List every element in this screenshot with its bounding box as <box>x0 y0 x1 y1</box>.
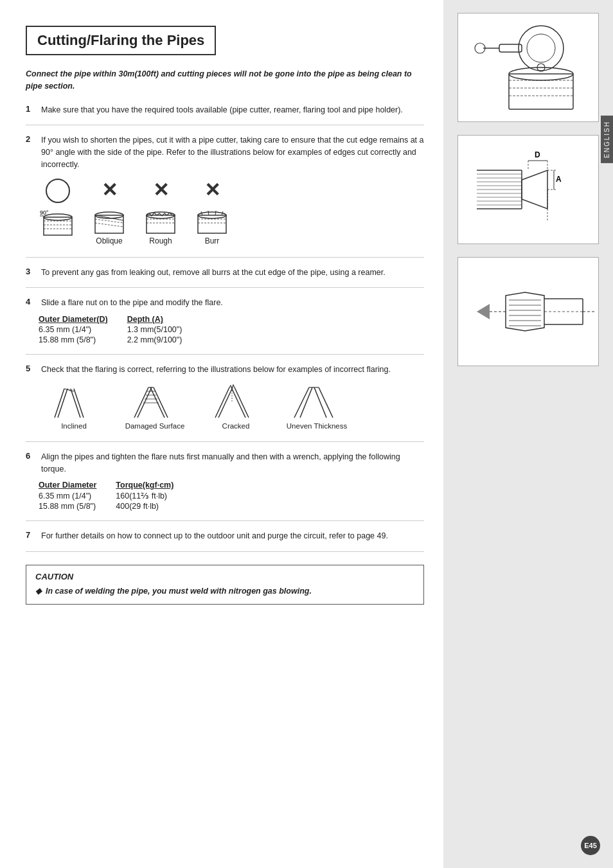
caution-text: ◆In case of welding the pipe, you must w… <box>35 585 414 598</box>
torque-row2-col2: 400(29 ft·lb) <box>116 501 193 511</box>
flaring-row2-col1: 15.88 mm (5/8") <box>39 335 127 345</box>
cut-rough: ✕ Rough <box>141 179 180 245</box>
svg-line-39 <box>215 387 229 418</box>
diagram-flare-assembly <box>458 257 599 366</box>
torque-row2-col1: 15.88 mm (5/8") <box>39 501 116 511</box>
measurement-svg: D A <box>464 138 592 241</box>
step-4-text: Slide a flare nut on to the pipe and mod… <box>41 297 424 309</box>
cut-correct: 90° <box>39 179 77 238</box>
correct-circle-icon <box>46 179 70 203</box>
main-content: Cutting/Flaring the Pipes Connect the pi… <box>0 0 443 868</box>
flare-uneven: Uneven Thickness <box>281 382 352 430</box>
step-1: 1 Make sure that you have the required t… <box>26 104 424 126</box>
burr-x-icon: ✕ <box>204 179 220 201</box>
page-title: Cutting/Flaring the Pipes <box>26 26 216 55</box>
torque-row1-col1: 6.35 mm (1/4") <box>39 490 116 501</box>
svg-line-42 <box>235 387 249 418</box>
flaring-row1-col2: 1.3 mm(5/100") <box>127 324 202 335</box>
svg-line-18 <box>208 211 209 215</box>
rough-pipe-svg <box>141 201 180 236</box>
flare-inclined: Inclined <box>39 382 109 430</box>
step-6-text: Align the pipes and tighten the flare nu… <box>41 451 424 475</box>
uneven-label: Uneven Thickness <box>287 422 347 430</box>
cracked-svg <box>210 382 262 422</box>
cut-burr: ✕ Burr <box>193 179 231 245</box>
pipe-cutter-svg <box>464 16 592 119</box>
svg-marker-82 <box>477 304 490 319</box>
burr-label: Burr <box>205 236 220 245</box>
svg-line-32 <box>150 387 164 418</box>
flaring-table: Outer Diameter(D) Depth (A) 6.35 mm (1/4… <box>39 314 424 345</box>
flare-illustrations: Inclined Damaged Surface <box>39 382 424 430</box>
svg-text:D: D <box>535 150 540 159</box>
step-3-text: To prevent any gas from leaking out, rem… <box>41 267 424 279</box>
step-6-number: 6 <box>26 451 35 461</box>
cut-oblique: ✕ Oblique <box>90 179 129 245</box>
page-number: E45 <box>581 836 600 855</box>
svg-marker-72 <box>522 170 547 209</box>
step-6: 6 Align the pipes and tighten the flare … <box>26 451 424 522</box>
torque-row1-col2: 160(11⅔ ft·lb) <box>116 490 193 501</box>
oblique-x-icon: ✕ <box>102 179 118 201</box>
flaring-row2-col2: 2.2 mm(9/100") <box>127 335 202 345</box>
svg-rect-55 <box>509 74 573 109</box>
flare-assembly-svg <box>461 260 596 363</box>
svg-line-30 <box>134 387 148 418</box>
flare-damaged: Damaged Surface <box>120 382 190 430</box>
rough-x-icon: ✕ <box>153 179 169 201</box>
svg-line-10 <box>95 223 123 227</box>
step-4: 4 Slide a flare nut on to the pipe and m… <box>26 297 424 355</box>
svg-text:A: A <box>556 175 562 184</box>
flaring-row1-col1: 6.35 mm (1/4") <box>39 324 127 335</box>
inclined-svg <box>48 382 100 422</box>
damaged-label: Damaged Surface <box>125 422 185 430</box>
right-sidebar: D A <box>443 0 613 868</box>
flaring-col2-header: Depth (A) <box>127 314 202 324</box>
svg-line-31 <box>138 387 152 418</box>
torque-table: Outer Diameter Torque(kgf·cm) 6.35 mm (1… <box>39 480 424 511</box>
step-1-text: Make sure that you have the required too… <box>41 104 424 116</box>
rough-label: Rough <box>149 236 172 245</box>
step-1-number: 1 <box>26 104 35 114</box>
step-3: 3 To prevent any gas from leaking out, r… <box>26 267 424 288</box>
cut-illustrations: 90° ✕ <box>39 179 424 245</box>
flaring-col1-header: Outer Diameter(D) <box>39 314 127 324</box>
step-4-number: 4 <box>26 297 35 306</box>
svg-marker-84 <box>506 292 544 331</box>
svg-point-50 <box>527 34 555 62</box>
oblique-label: Oblique <box>96 236 122 245</box>
step-7-number: 7 <box>26 530 35 540</box>
oblique-pipe-svg <box>90 201 129 236</box>
step-5-text: Check that the flaring is correct, refer… <box>41 364 424 376</box>
diamond-icon: ◆ <box>35 587 42 596</box>
step-2-number: 2 <box>26 134 35 144</box>
step-2-text: If you wish to shorten the pipes, cut it… <box>41 134 424 170</box>
step-3-number: 3 <box>26 267 35 276</box>
uneven-svg <box>291 382 342 422</box>
torque-col1-header: Outer Diameter <box>39 480 116 490</box>
step-5: 5 Check that the flaring is correct, ref… <box>26 364 424 442</box>
svg-line-33 <box>154 387 168 418</box>
svg-line-41 <box>231 387 245 418</box>
svg-line-19 <box>215 211 216 215</box>
step-7: 7 For further details on how to connect … <box>26 530 424 552</box>
caution-body: In case of welding the pipe, you must we… <box>46 587 312 596</box>
torque-col2-header: Torque(kgf·cm) <box>116 480 193 490</box>
burr-pipe-svg <box>193 201 231 236</box>
diagram-pipe-cutter <box>458 13 599 122</box>
english-tab: ENGLISH <box>601 116 613 163</box>
diagram-measurement: D A <box>458 135 599 244</box>
damaged-svg <box>129 382 181 422</box>
correct-pipe-svg: 90° <box>39 203 77 238</box>
inclined-label: Inclined <box>61 422 87 430</box>
caution-box: CAUTION ◆In case of welding the pipe, yo… <box>26 565 424 605</box>
caution-title: CAUTION <box>35 572 414 581</box>
step-5-number: 5 <box>26 364 35 373</box>
svg-line-40 <box>218 387 233 418</box>
step-2: 2 If you wish to shorten the pipes, cut … <box>26 134 424 257</box>
cracked-label: Cracked <box>222 422 250 430</box>
step-7-text: For further details on how to connect up… <box>41 530 424 542</box>
flare-cracked: Cracked <box>200 382 271 430</box>
intro-text: Connect the pipe within 30m(100ft) and c… <box>26 68 424 93</box>
